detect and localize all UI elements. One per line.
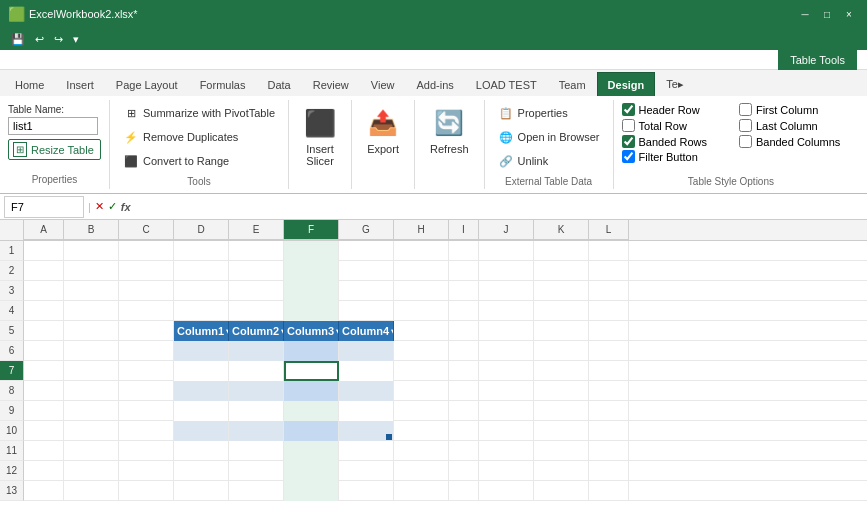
cell-H3[interactable]: [394, 281, 449, 301]
row-header-5[interactable]: 5: [0, 321, 24, 341]
cell-D12[interactable]: [174, 461, 229, 481]
col-header-D[interactable]: D: [174, 220, 229, 240]
tab-insert[interactable]: Insert: [55, 72, 105, 96]
cell-I4[interactable]: [449, 301, 479, 321]
cell-G11[interactable]: [339, 441, 394, 461]
cell-E8[interactable]: [229, 381, 284, 401]
banded-columns-checkbox[interactable]: [739, 135, 752, 148]
cell-C7[interactable]: [119, 361, 174, 381]
cell-H2[interactable]: [394, 261, 449, 281]
cell-C8[interactable]: [119, 381, 174, 401]
banded-rows-option[interactable]: Banded Rows: [622, 134, 723, 149]
cell-A10[interactable]: [24, 421, 64, 441]
cell-B9[interactable]: [64, 401, 119, 421]
cell-E2[interactable]: [229, 261, 284, 281]
tab-team[interactable]: Team: [548, 72, 597, 96]
cell-H12[interactable]: [394, 461, 449, 481]
row-header-13[interactable]: 13: [0, 481, 24, 501]
cell-B12[interactable]: [64, 461, 119, 481]
col-header-J[interactable]: J: [479, 220, 534, 240]
cell-C5[interactable]: [119, 321, 174, 341]
cell-E7[interactable]: [229, 361, 284, 381]
cell-D10[interactable]: [174, 421, 229, 441]
cell-H7[interactable]: [394, 361, 449, 381]
last-column-checkbox[interactable]: [739, 119, 752, 132]
cell-A9[interactable]: [24, 401, 64, 421]
cell-F8[interactable]: [284, 381, 339, 401]
refresh-button[interactable]: 🔄 Refresh: [423, 102, 476, 160]
row-header-1[interactable]: 1: [0, 241, 24, 261]
tab-home[interactable]: Home: [4, 72, 55, 96]
cell-B10[interactable]: [64, 421, 119, 441]
resize-table-button[interactable]: ⊞ Resize Table: [8, 139, 101, 160]
cell-K9[interactable]: [534, 401, 589, 421]
cancel-formula-icon[interactable]: ✕: [95, 200, 104, 213]
cell-F11[interactable]: [284, 441, 339, 461]
cell-A5[interactable]: [24, 321, 64, 341]
cell-I5[interactable]: [449, 321, 479, 341]
cell-H13[interactable]: [394, 481, 449, 501]
col-header-B[interactable]: B: [64, 220, 119, 240]
cell-K2[interactable]: [534, 261, 589, 281]
cell-L6[interactable]: [589, 341, 629, 361]
cell-A4[interactable]: [24, 301, 64, 321]
cell-D7[interactable]: [174, 361, 229, 381]
cell-A3[interactable]: [24, 281, 64, 301]
cell-I11[interactable]: [449, 441, 479, 461]
cell-K4[interactable]: [534, 301, 589, 321]
cell-A1[interactable]: [24, 241, 64, 261]
cell-L8[interactable]: [589, 381, 629, 401]
cell-A8[interactable]: [24, 381, 64, 401]
cell-F7-active[interactable]: [284, 361, 339, 381]
banded-columns-option[interactable]: Banded Columns: [739, 134, 840, 149]
tab-view[interactable]: View: [360, 72, 406, 96]
cell-E10[interactable]: [229, 421, 284, 441]
cell-I1[interactable]: [449, 241, 479, 261]
cell-K8[interactable]: [534, 381, 589, 401]
minimize-button[interactable]: ─: [795, 6, 815, 22]
total-row-option[interactable]: Total Row: [622, 118, 723, 133]
cell-B4[interactable]: [64, 301, 119, 321]
confirm-formula-icon[interactable]: ✓: [108, 200, 117, 213]
cell-J6[interactable]: [479, 341, 534, 361]
save-icon[interactable]: 💾: [8, 31, 28, 48]
insert-slicer-button[interactable]: ⬛ InsertSlicer: [297, 102, 343, 172]
first-column-checkbox[interactable]: [739, 103, 752, 116]
cell-D5-column1[interactable]: Column1 ▾: [174, 321, 229, 341]
cell-C10[interactable]: [119, 421, 174, 441]
cell-J9[interactable]: [479, 401, 534, 421]
cell-A12[interactable]: [24, 461, 64, 481]
cell-G12[interactable]: [339, 461, 394, 481]
cell-D1[interactable]: [174, 241, 229, 261]
cell-D2[interactable]: [174, 261, 229, 281]
cell-D3[interactable]: [174, 281, 229, 301]
row-header-3[interactable]: 3: [0, 281, 24, 301]
cell-L12[interactable]: [589, 461, 629, 481]
banded-rows-checkbox[interactable]: [622, 135, 635, 148]
col-header-F[interactable]: F: [284, 220, 339, 240]
last-column-option[interactable]: Last Column: [739, 118, 840, 133]
undo-icon[interactable]: ↩: [32, 31, 47, 48]
cell-E3[interactable]: [229, 281, 284, 301]
cell-D11[interactable]: [174, 441, 229, 461]
cell-B8[interactable]: [64, 381, 119, 401]
cell-B7[interactable]: [64, 361, 119, 381]
cell-K5[interactable]: [534, 321, 589, 341]
cell-B2[interactable]: [64, 261, 119, 281]
cell-B1[interactable]: [64, 241, 119, 261]
cell-J2[interactable]: [479, 261, 534, 281]
row-header-12[interactable]: 12: [0, 461, 24, 481]
cell-E9[interactable]: [229, 401, 284, 421]
close-button[interactable]: ×: [839, 6, 859, 22]
filter-button-option[interactable]: Filter Button: [622, 150, 723, 163]
cell-A2[interactable]: [24, 261, 64, 281]
cell-B11[interactable]: [64, 441, 119, 461]
cell-H1[interactable]: [394, 241, 449, 261]
convert-to-range-button[interactable]: ⬛ Convert to Range: [118, 150, 280, 172]
cell-K13[interactable]: [534, 481, 589, 501]
cell-G3[interactable]: [339, 281, 394, 301]
cell-G8[interactable]: [339, 381, 394, 401]
cell-L10[interactable]: [589, 421, 629, 441]
cell-K10[interactable]: [534, 421, 589, 441]
row-header-6[interactable]: 6: [0, 341, 24, 361]
